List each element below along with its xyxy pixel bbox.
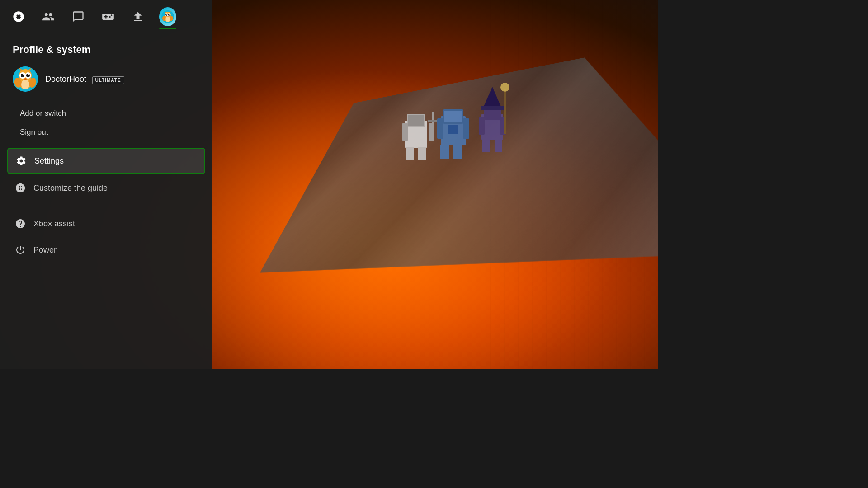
profile-nav-avatar[interactable] [159,8,176,25]
people-nav-icon[interactable] [40,8,57,25]
svg-rect-12 [437,118,443,139]
svg-rect-5 [406,147,414,160]
svg-point-26 [500,83,509,92]
svg-point-41 [165,16,170,22]
svg-point-53 [23,74,24,75]
user-info: DoctorHoot ULTIMATE [45,75,124,84]
controller-nav-icon[interactable] [99,8,117,25]
power-label: Power [33,245,57,255]
svg-rect-11 [444,111,462,122]
svg-rect-16 [448,125,458,134]
svg-point-36 [165,14,167,16]
svg-point-52 [26,74,30,77]
section-title: Profile & system [13,44,200,56]
share-nav-icon[interactable] [129,8,146,25]
svg-point-39 [169,14,170,14]
menu-section: Settings Customize the guide Xbox assist [0,148,212,369]
svg-point-54 [28,74,29,75]
settings-menu-item[interactable]: Settings [7,148,205,174]
svg-rect-15 [453,145,462,159]
svg-rect-23 [482,139,490,152]
add-switch-label: Add or switch [20,109,66,118]
xbox-assist-label: Xbox assist [33,219,75,229]
user-row[interactable]: DoctorHoot ULTIMATE [13,66,200,92]
menu-divider [14,205,198,205]
svg-point-37 [168,14,170,16]
sign-out-label: Sign out [20,128,48,137]
xbox-logo-nav[interactable] [10,8,27,25]
svg-rect-2 [408,115,424,126]
profile-avatar-circle [159,7,176,26]
add-switch-item[interactable]: Add or switch [13,104,200,122]
game-scene [212,0,658,369]
svg-rect-24 [495,139,502,152]
svg-marker-19 [483,87,502,108]
svg-rect-7 [432,112,434,136]
nav-bar [0,0,212,25]
svg-point-56 [21,80,29,89]
svg-rect-13 [463,118,469,139]
sign-out-item[interactable]: Sign out [13,123,200,141]
settings-label: Settings [34,156,64,166]
settings-icon [15,155,27,167]
svg-rect-3 [402,123,408,141]
customize-label: Customize the guide [33,183,108,193]
xbox-assist-item[interactable]: Xbox assist [7,211,205,236]
svg-point-51 [21,74,24,77]
svg-rect-6 [418,147,426,160]
ultimate-badge: ULTIMATE [92,76,124,84]
owl-avatar-nav [161,10,174,23]
user-name: DoctorHoot [45,75,86,84]
customize-guide-item[interactable]: Customize the guide [7,176,205,200]
customize-icon [14,182,26,194]
power-icon [14,244,26,256]
profile-section: Profile & system [0,31,212,148]
svg-rect-14 [440,145,449,159]
owl-avatar-large [13,66,38,92]
svg-rect-21 [479,117,485,135]
game-characters [368,66,540,202]
power-item[interactable]: Power [7,238,205,262]
sidebar-panel: Profile & system [0,0,212,369]
svg-rect-20 [481,106,504,110]
svg-rect-8 [428,120,438,122]
user-avatar [13,66,38,92]
help-icon [14,218,26,230]
svg-rect-25 [504,89,506,134]
svg-point-38 [166,14,167,14]
messages-nav-icon[interactable] [70,8,87,25]
